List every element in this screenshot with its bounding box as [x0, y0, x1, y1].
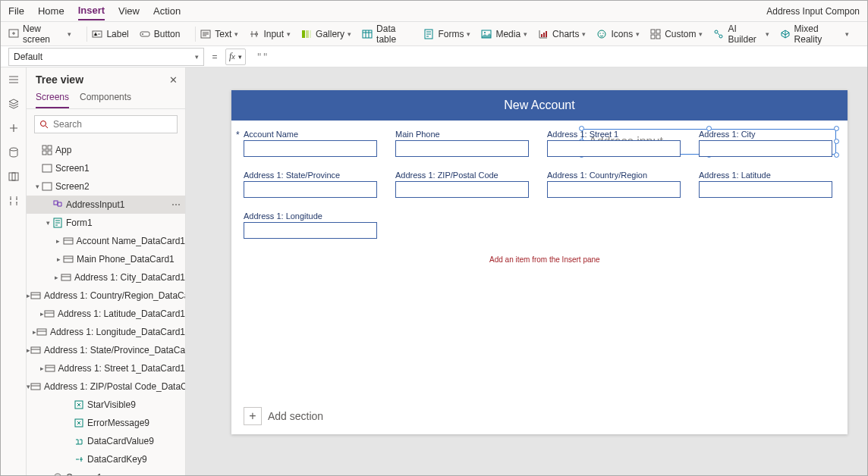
svg-rect-6	[302, 30, 305, 38]
tree-node[interactable]: StarVisible9	[27, 396, 185, 414]
field-input[interactable]	[395, 181, 529, 198]
tree-search-input[interactable]	[53, 119, 172, 130]
tab-components[interactable]: Components	[80, 89, 131, 108]
property-selector[interactable]: Default▾	[8, 48, 204, 66]
data-table-button[interactable]: Data table	[362, 23, 413, 45]
tree-node[interactable]: ▸?Canvas1	[27, 468, 185, 475]
tree-node[interactable]: ▸Address 1: City_DataCard1	[27, 268, 185, 287]
button-icon	[140, 29, 150, 39]
field-input[interactable]	[395, 140, 529, 157]
tree-view-panel: Tree view ✕ Screens Components AppScreen…	[27, 67, 186, 475]
tree-node[interactable]: App	[27, 141, 185, 159]
star-icon	[74, 418, 84, 428]
field-input[interactable]	[547, 140, 681, 157]
menu-view[interactable]: View	[118, 2, 140, 20]
tree-node[interactable]: AddressInput1⋯	[27, 196, 185, 214]
form-field[interactable]: Address 1: State/Province	[244, 171, 380, 211]
charts-icon	[538, 29, 549, 39]
menu-file[interactable]: File	[8, 2, 24, 20]
fx-button[interactable]: fx▾	[225, 49, 246, 65]
icons-button[interactable]: Icons▾	[596, 29, 640, 39]
form-field[interactable]: Address 1: Country/Region	[547, 171, 684, 211]
card-icon	[44, 308, 55, 319]
button-button[interactable]: Button	[140, 29, 181, 39]
tree-node-label: Screen2	[55, 181, 90, 192]
tree-node[interactable]: ▸Main Phone_DataCard1	[27, 250, 185, 268]
field-input[interactable]	[547, 181, 681, 198]
new-screen-button[interactable]: New screen▾	[8, 23, 71, 45]
hamburger-icon[interactable]	[8, 74, 20, 86]
custom-button[interactable]: Custom▾	[650, 29, 703, 39]
tree-node[interactable]: ▸Address 1: Longitude_DataCard1	[27, 323, 185, 341]
text-icon	[200, 29, 211, 39]
tree-node[interactable]: ▸Address 1: State/Province_DataCard1	[27, 341, 185, 359]
input-button[interactable]: Input▾	[249, 29, 291, 39]
field-input[interactable]	[244, 140, 377, 157]
field-input[interactable]	[699, 140, 832, 157]
gallery-button[interactable]: Gallery▾	[301, 29, 351, 39]
tools-icon[interactable]	[8, 195, 20, 207]
tree-node[interactable]: ▸Address 1: Country/Region_DataCard1	[27, 287, 185, 305]
form-field[interactable]: *Account Name	[244, 130, 380, 171]
formula-expression[interactable]: ""	[252, 51, 867, 62]
card-icon	[30, 290, 41, 301]
field-input[interactable]	[244, 222, 377, 239]
tree-node[interactable]: ErrorMessage9	[27, 414, 185, 432]
card-icon	[36, 327, 47, 337]
tree-node[interactable]: ▸Account Name_DataCard1	[27, 232, 185, 250]
forms-button[interactable]: Forms▾	[423, 29, 470, 39]
tree-view-icon[interactable]	[8, 98, 20, 110]
ribbon: New screen▾ Label Button Text▾ Input▾ Ga…	[1, 22, 867, 46]
data-icon[interactable]	[8, 146, 20, 158]
svg-rect-9	[363, 30, 372, 38]
svg-point-17	[600, 33, 601, 33]
form-field[interactable]: Main Phone	[395, 130, 532, 171]
tree-node-label: ErrorMessage9	[87, 418, 149, 428]
svg-rect-26	[9, 173, 18, 180]
close-icon[interactable]: ✕	[169, 74, 178, 86]
screen-icon	[42, 181, 52, 192]
field-input[interactable]	[244, 181, 377, 198]
tree-node[interactable]: ▾Address 1: ZIP/Postal Code_DataCard1	[27, 377, 185, 396]
tree-node[interactable]: DataCardValue9	[27, 432, 185, 450]
more-icon[interactable]: ⋯	[171, 199, 181, 210]
insert-hint[interactable]: Add an item from the Insert pane	[489, 255, 600, 264]
label-button[interactable]: Label	[92, 29, 128, 39]
field-input[interactable]	[699, 181, 832, 198]
svg-rect-38	[64, 256, 73, 262]
ai-builder-button[interactable]: AI Builder▾	[713, 23, 769, 45]
tab-screens[interactable]: Screens	[36, 89, 69, 108]
menu-home[interactable]: Home	[38, 2, 64, 20]
tree-search[interactable]	[34, 115, 178, 133]
insert-plus-icon[interactable]	[8, 122, 20, 134]
tree-node[interactable]: ▸Address 1: Latitude_DataCard1	[27, 305, 185, 323]
star-icon	[74, 399, 84, 410]
tree-node[interactable]: ▾Screen2	[27, 177, 185, 196]
add-section-button[interactable]: + Add section	[244, 407, 323, 425]
tree-node[interactable]: ▾Form1	[27, 214, 185, 232]
tree-node[interactable]: ▸Address 1: Street 1_DataCard1	[27, 359, 185, 377]
canvas[interactable]: New Account Add an item from the Insert …	[231, 90, 848, 434]
data-table-icon	[362, 29, 373, 39]
icons-icon	[596, 29, 607, 39]
svg-rect-14	[543, 33, 545, 37]
tree-node[interactable]: DataCardKey9	[27, 450, 185, 468]
form-field[interactable]: Address 1: Street 1	[547, 130, 684, 171]
form-field[interactable]: Address 1: Longitude	[244, 211, 380, 252]
text-button[interactable]: Text▾	[200, 29, 238, 39]
form-field[interactable]: Address 1: Latitude	[699, 171, 835, 211]
menu-action[interactable]: Action	[153, 2, 181, 20]
tree-node[interactable]: Screen1	[27, 159, 185, 177]
svg-rect-35	[54, 201, 58, 205]
screen-icon	[42, 163, 52, 174]
tree-node-label: Address 1: Longitude_DataCard1	[50, 327, 185, 337]
mixed-reality-button[interactable]: Mixed Reality▾	[780, 23, 849, 45]
formula-bar: Default▾ = fx▾ ""	[1, 46, 867, 67]
media-rail-icon[interactable]	[8, 171, 20, 183]
form-field[interactable]: Address 1: City	[699, 130, 835, 171]
svg-rect-29	[42, 146, 46, 149]
menu-insert[interactable]: Insert	[78, 2, 105, 20]
form-field[interactable]: Address 1: ZIP/Postal Code	[395, 171, 532, 211]
charts-button[interactable]: Charts▾	[538, 29, 586, 39]
media-button[interactable]: Media▾	[481, 29, 527, 39]
